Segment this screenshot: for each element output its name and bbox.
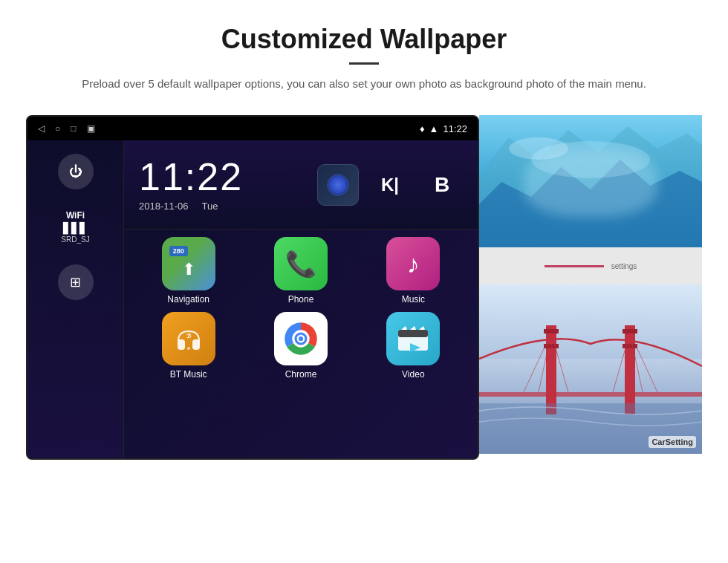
phone-icon: 📞	[285, 249, 316, 279]
video-clapboard-icon	[395, 321, 431, 357]
settings-bar-overlay: settings	[479, 247, 702, 284]
wifi-info: WiFi ▋▋▋ SRD_SJ	[61, 210, 89, 244]
app-item-phone[interactable]: 📞 Phone	[248, 237, 353, 305]
clock-date: 2018-11-06 Tue	[139, 201, 218, 212]
clock-left: 11:22 2018-11-06 Tue	[139, 157, 243, 212]
status-left: ◁ ○ □ ▣	[38, 123, 95, 134]
bridge-wallpaper-thumb[interactable]: CarSetting	[479, 284, 702, 454]
svg-point-9	[299, 336, 303, 341]
chrome-app-icon	[274, 312, 328, 365]
svg-point-20	[509, 137, 568, 160]
apps-grid-button[interactable]: ⊞	[58, 264, 94, 300]
svg-point-1	[337, 177, 340, 180]
bt-music-app-icon: ℬ	[162, 312, 215, 365]
home-nav-icon: ○	[55, 123, 60, 134]
navigation-app-icon: 280 ⬆	[162, 237, 215, 290]
antenna-icon	[325, 172, 351, 198]
b-label: B	[435, 173, 449, 197]
power-icon: ⏻	[69, 164, 82, 180]
app-item-navigation[interactable]: 280 ⬆ Navigation	[136, 237, 241, 305]
svg-marker-12	[401, 326, 407, 330]
k-app-icon[interactable]: K|	[369, 164, 411, 206]
screenshot-nav-icon: ▣	[87, 123, 95, 134]
page-header: Customized Wallpaper Preload over 5 defa…	[0, 0, 728, 108]
clock-time: 11:22	[139, 157, 243, 196]
page-description: Preload over 5 default wallpaper options…	[59, 75, 669, 93]
nav-map-bg: 280 ⬆	[162, 237, 215, 290]
phone-label: Phone	[288, 294, 314, 305]
bt-music-label: BT Music	[170, 369, 207, 380]
svg-point-2	[334, 186, 342, 190]
chrome-label: Chrome	[285, 369, 317, 380]
back-nav-icon: ◁	[38, 123, 45, 134]
music-note-icon: ♪	[407, 250, 420, 279]
svg-rect-11	[398, 330, 428, 337]
status-right: ♦ ▲ 11:22	[420, 123, 467, 134]
wifi-bars-icon: ▋▋▋	[61, 222, 89, 234]
location-icon: ♦	[420, 123, 425, 134]
app-item-chrome[interactable]: Chrome	[248, 312, 353, 380]
status-bar: ◁ ○ □ ▣ ♦ ▲ 11:22	[27, 117, 478, 140]
bt-headphone-icon: ℬ	[170, 320, 207, 357]
page-title: Customized Wallpaper	[59, 24, 669, 55]
recents-nav-icon: □	[71, 123, 76, 134]
settings-bar-text: settings	[611, 262, 637, 270]
wallpaper-panel: settings	[479, 115, 702, 454]
power-button[interactable]: ⏻	[58, 154, 94, 189]
wifi-ssid: SRD_SJ	[61, 235, 89, 244]
ice-wallpaper-thumb[interactable]: settings	[479, 115, 702, 284]
app-grid: 280 ⬆ Navigation 📞 Phone	[124, 230, 478, 387]
svg-marker-13	[410, 326, 416, 330]
clock-section: 11:22 2018-11-06 Tue	[124, 140, 478, 230]
nav-sign: 280	[169, 246, 188, 256]
phone-app-icon: 📞	[274, 237, 328, 290]
main-area: 11:22 2018-11-06 Tue	[124, 140, 478, 458]
svg-point-0	[328, 175, 348, 195]
music-app-icon: ♪	[386, 237, 440, 290]
svg-rect-29	[479, 392, 702, 397]
wifi-widget-icon[interactable]	[317, 164, 359, 206]
nav-arrow-icon: ⬆	[182, 260, 195, 279]
k-label: K|	[381, 175, 399, 195]
b-app-icon[interactable]: B	[421, 164, 463, 206]
wifi-status-icon: ▲	[429, 123, 439, 134]
main-content: ◁ ○ □ ▣ ♦ ▲ 11:22 ⏻ WiFi ▋▋▋ SRD_	[0, 108, 728, 467]
app-item-music[interactable]: ♪ Music	[361, 237, 466, 305]
device-body: ⏻ WiFi ▋▋▋ SRD_SJ ⊞ 11:22	[27, 140, 478, 458]
app-item-video[interactable]: Video	[361, 312, 466, 380]
wifi-label: WiFi	[61, 210, 89, 221]
day-value: Tue	[202, 201, 218, 212]
settings-bar-line	[545, 265, 604, 267]
navigation-label: Navigation	[167, 294, 209, 305]
settings-bar-items: settings	[545, 262, 637, 270]
title-divider	[349, 62, 379, 65]
chrome-logo-icon	[280, 318, 322, 359]
device-mockup: ◁ ○ □ ▣ ♦ ▲ 11:22 ⏻ WiFi ▋▋▋ SRD_	[26, 115, 479, 460]
music-label: Music	[402, 294, 425, 305]
left-sidebar: ⏻ WiFi ▋▋▋ SRD_SJ ⊞	[27, 140, 124, 458]
video-app-icon	[386, 312, 440, 365]
clock-apps: K| B	[317, 164, 463, 206]
status-time: 11:22	[443, 123, 467, 134]
svg-point-3	[187, 347, 190, 350]
app-item-bt-music[interactable]: ℬ BT Music	[136, 312, 241, 380]
svg-marker-14	[419, 326, 425, 330]
video-label: Video	[402, 369, 424, 380]
svg-text:ℬ: ℬ	[186, 333, 192, 339]
carsetting-label: CarSetting	[649, 436, 696, 448]
date-value: 2018-11-06	[139, 201, 189, 212]
bridge-wallpaper-svg	[479, 284, 702, 454]
grid-icon: ⊞	[70, 274, 81, 290]
